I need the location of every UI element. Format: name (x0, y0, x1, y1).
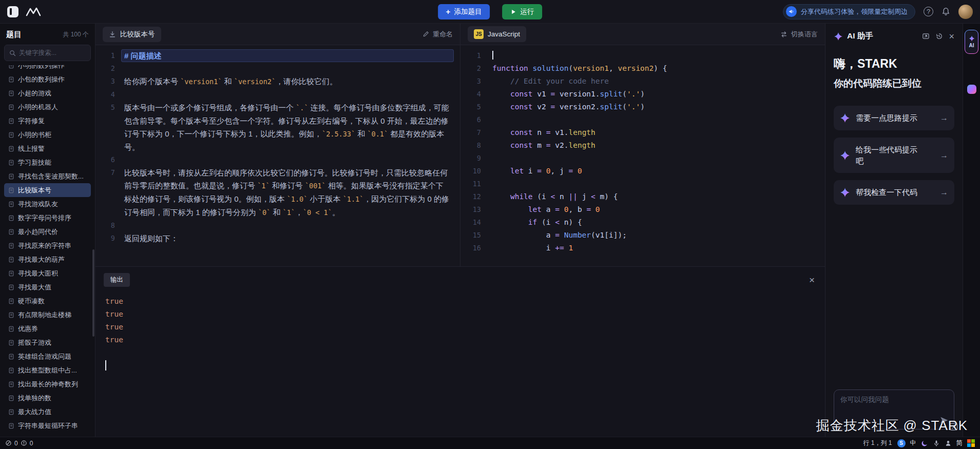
sidebar-item-label: 线上报警 (18, 144, 45, 153)
document-icon (8, 146, 14, 152)
document-icon (8, 65, 14, 69)
problems-indicator[interactable]: 0 0 (5, 440, 33, 447)
output-tab[interactable]: 输出 (104, 273, 130, 287)
avatar[interactable] (958, 5, 973, 19)
code-line: 10 let i = 0, j = 0 (460, 165, 825, 178)
sidebar-item-label: 寻找最大的葫芦 (18, 255, 65, 264)
ime-logo-icon[interactable]: S (897, 439, 906, 447)
search-box[interactable] (4, 45, 91, 61)
ai-input-box[interactable] (834, 389, 954, 430)
user-icon[interactable] (945, 440, 952, 447)
run-button[interactable]: 运行 (502, 4, 542, 19)
send-icon[interactable] (939, 416, 949, 425)
sidebar-item[interactable]: 小明的机器人 (4, 100, 91, 114)
line-number: 5 (460, 101, 492, 113)
close-ai-button[interactable]: × (949, 32, 954, 41)
sidebar-item[interactable]: 小超的游戏 (4, 86, 91, 100)
problem-count: 共 100 个 (63, 30, 89, 39)
markdown-text (124, 153, 460, 166)
line-number: 3 (460, 75, 492, 88)
sidebar-item[interactable]: 小明的数列操作 (4, 65, 91, 72)
javascript-icon: JS (474, 29, 484, 39)
sidebar-item[interactable]: 小包的数列操作 (4, 72, 91, 86)
ai-suggestion-card[interactable]: 给我一些代码提示吧→ (834, 138, 954, 173)
sidebar-item[interactable]: 寻找最大值 (4, 280, 91, 294)
cursor-position[interactable]: 行 1，列 1 (863, 439, 892, 447)
ai-suggestion-card[interactable]: 需要一点思路提示→ (834, 106, 954, 130)
code-content[interactable]: 12function solution(version1, version2) … (460, 45, 825, 266)
line-number: 7 (95, 166, 124, 219)
megaphone-icon (786, 6, 797, 17)
add-question-button[interactable]: + 添加题目 (438, 4, 490, 19)
history-icon[interactable] (935, 32, 943, 40)
sidebar-item[interactable]: 找单独的数 (4, 391, 91, 405)
document-icon (8, 104, 14, 110)
sidebar-item[interactable]: 找出整型数组中占... (4, 363, 91, 377)
sidebar-item-label: 小明的书柜 (18, 130, 51, 140)
ai-suggestion-card[interactable]: 帮我检查一下代码→ (834, 180, 954, 205)
help-button[interactable]: ? (924, 7, 933, 16)
sidebar-item[interactable]: 学习新技能 (4, 155, 91, 169)
sidebar-title: 题目 (6, 30, 22, 40)
sidebar-item-label: 找出最长的神奇数列 (18, 380, 78, 389)
sidebar-item[interactable]: 最大战力值 (4, 405, 91, 419)
run-label: 运行 (520, 7, 534, 16)
sidebar-item[interactable]: 英雄组合游戏问题 (4, 349, 91, 363)
sidebar-item[interactable]: 寻找游戏队友 (4, 197, 91, 211)
sidebar-item[interactable]: 硬币凑数 (4, 294, 91, 308)
ai-input[interactable] (834, 390, 954, 429)
sidebar-item-label: 字符修复 (18, 116, 45, 126)
language-tab[interactable]: JS JavaScript (468, 26, 526, 42)
ime-mode-label[interactable]: 中 (910, 439, 916, 447)
sidebar-item[interactable]: 寻找最大的葫芦 (4, 252, 91, 266)
sidebar-item[interactable]: 比较版本号 (4, 183, 91, 197)
sidebar-item-label: 英雄组合游戏问题 (18, 352, 71, 361)
microphone-icon[interactable] (933, 440, 940, 447)
sidebar-item[interactable]: 有点限制地走楼梯 (4, 308, 91, 322)
document-icon (8, 118, 14, 124)
sidebar-item[interactable]: 优惠券 (4, 322, 91, 336)
sidebar-item[interactable]: 数字字母问号排序 (4, 211, 91, 225)
line-number: 15 (460, 229, 492, 242)
sidebar-item[interactable]: 寻找最大面积 (4, 266, 91, 280)
sidebar-item[interactable]: 字符串最短循环子串 (4, 419, 91, 433)
sidebar-toggle-button[interactable] (7, 6, 18, 17)
problem-tab[interactable]: 比较版本号 (103, 27, 161, 42)
sidebar-item[interactable]: 寻找包含斐波那契数... (4, 169, 91, 183)
sparkle-icon (840, 187, 850, 198)
sidebar-scrollbar[interactable] (92, 249, 94, 337)
problem-content[interactable]: 1# 问题描述23给你两个版本号 `version1` 和 `version2`… (95, 45, 460, 266)
promo-banner[interactable]: 分享代码练习体验，领限量定制周边 (783, 4, 915, 19)
ai-assistant-button[interactable]: AI (965, 30, 978, 54)
sidebar-item[interactable]: 字符修复 (4, 114, 91, 128)
document-icon (8, 270, 14, 277)
code-line: 15 a = Number(v1[i]); (460, 229, 825, 242)
moon-icon[interactable] (921, 440, 928, 447)
float-window-button[interactable] (949, 422, 958, 432)
mountain-logo-icon[interactable] (26, 7, 41, 17)
document-icon (8, 326, 14, 332)
sidebar-item[interactable]: 小明的书柜 (4, 128, 91, 142)
search-input[interactable] (19, 49, 86, 56)
bell-icon[interactable] (941, 7, 950, 16)
feedback-icon[interactable] (967, 85, 976, 94)
switch-language-button[interactable]: 切换语言 (780, 30, 818, 39)
ai-suggestions: 需要一点思路提示→给我一些代码提示吧→帮我检查一下代码→ (834, 106, 954, 212)
code-line: 11 (460, 178, 825, 190)
editor-panel-header: JS JavaScript 切换语言 (460, 24, 825, 45)
sidebar-item[interactable]: 线上报警 (4, 142, 91, 155)
close-output-button[interactable]: × (807, 275, 817, 285)
ime-simplified-label[interactable]: 简 (956, 439, 963, 447)
document-icon (8, 367, 14, 374)
line-number: 1 (460, 49, 492, 62)
output-line: true (105, 321, 817, 334)
app-grid-icon[interactable] (967, 439, 975, 447)
rename-button[interactable]: 重命名 (422, 30, 453, 39)
problem-list: 小明的数列操作小包的数列操作小超的游戏小明的机器人字符修复小明的书柜线上报警学习… (4, 65, 91, 437)
sidebar-item[interactable]: 找出最长的神奇数列 (4, 377, 91, 391)
open-window-icon[interactable] (922, 32, 930, 40)
sidebar-item[interactable]: 最小趋同代价 (4, 225, 91, 239)
sidebar-item-label: 寻找最大值 (18, 283, 51, 292)
sidebar-item[interactable]: 寻找原来的字符串 (4, 239, 91, 252)
sidebar-item[interactable]: 摇骰子游戏 (4, 336, 91, 349)
